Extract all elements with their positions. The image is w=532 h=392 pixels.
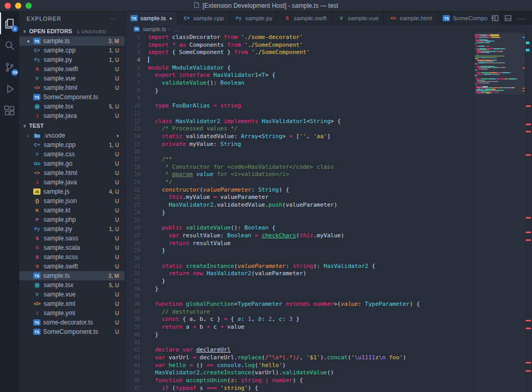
tab-sample.vue[interactable]: Vsample.vue bbox=[332, 11, 384, 25]
code-line[interactable]: 31 static createInstance(valueParameter:… bbox=[125, 263, 525, 271]
code-line[interactable]: 8 } bbox=[125, 87, 525, 95]
code-line[interactable]: 21 constructor(valueParameter: String) { bbox=[125, 186, 525, 194]
file-item-sample.json[interactable]: {}sample.jsonU bbox=[19, 196, 125, 206]
file-item-sample.tsx[interactable]: sample.tsx5, U bbox=[19, 280, 125, 290]
file-item-sample.go[interactable]: Gosample.goU bbox=[19, 159, 125, 168]
code-line[interactable]: 43 var varUrl = declareUrl.replace(/^\s*… bbox=[125, 354, 525, 362]
minimap[interactable] bbox=[475, 33, 525, 392]
open-editor-sample.html[interactable]: <>sample.htmlU bbox=[19, 83, 125, 92]
code-line[interactable]: 11 bbox=[125, 110, 525, 118]
file-item-sample.scala[interactable]: Ssample.scalaU bbox=[19, 243, 125, 252]
tab-sample.py[interactable]: Pysample.py bbox=[230, 11, 278, 25]
file-item-sample.vue[interactable]: Vsample.vueU bbox=[19, 290, 125, 299]
tab-sample.swift[interactable]: Ssample.swift bbox=[278, 11, 332, 25]
code-line[interactable]: 27 var resultValue: Boolean = checkChars… bbox=[125, 232, 525, 240]
breadcrumb[interactable]: TS sample.ts › … bbox=[125, 25, 532, 33]
code-line[interactable]: 5module ModuleValidator { bbox=[125, 64, 525, 72]
code-line[interactable]: 44 var hello = () => console.log('hello'… bbox=[125, 362, 525, 370]
open-editor-sample.ts[interactable]: ●TSsample.ts3, M bbox=[19, 36, 125, 46]
activity-source-control[interactable]: 29 bbox=[0, 56, 19, 78]
code-line[interactable]: 25 bbox=[125, 217, 525, 225]
file-item-sample.yml[interactable]: !sample.ymlU bbox=[19, 308, 125, 318]
file-item-sample.php[interactable]: Psample.phpU bbox=[19, 215, 125, 224]
code-line[interactable]: 46 function acceptsUnion(s: string | num… bbox=[125, 377, 525, 385]
title-bar[interactable]: [Extension Development Host] - sample.ts… bbox=[0, 0, 532, 11]
file-item-sample.kt[interactable]: Ksample.ktU bbox=[19, 206, 125, 215]
code-line[interactable]: 14 static validatedValue: Array<String> … bbox=[125, 133, 525, 141]
code-line[interactable]: 39 return a + b + c + value bbox=[125, 323, 525, 331]
minimize-button[interactable] bbox=[15, 3, 21, 9]
code-line[interactable]: 6 export interface HasValidator1<T> { bbox=[125, 72, 525, 79]
split-editor-icon[interactable] bbox=[491, 15, 499, 22]
code-line[interactable]: 42 declare var declareUrl bbox=[125, 346, 525, 354]
open-editor-sample.vue[interactable]: Vsample.vueU bbox=[19, 74, 125, 83]
file-item-.vscode[interactable]: ›.vscode● bbox=[19, 131, 125, 140]
breadcrumb-more[interactable]: … bbox=[173, 26, 179, 32]
file-item-sample.java[interactable]: Jsample.javaU bbox=[19, 178, 125, 187]
file-item-sample.swift[interactable]: Ssample.swiftU bbox=[19, 262, 125, 271]
breadcrumb-item[interactable]: sample.ts bbox=[143, 26, 166, 32]
tree-header[interactable]: ∨ TEST bbox=[19, 120, 125, 131]
open-editors-header[interactable]: ∨ OPEN EDITORS 1 UNSAVED bbox=[19, 26, 125, 36]
tab-sample.cpp[interactable]: C+sample.cpp bbox=[178, 11, 230, 25]
code-line[interactable]: 24 } bbox=[125, 209, 525, 217]
code-line[interactable]: 38 const { a, b, c } = { a: 1, b: 2, c: … bbox=[125, 316, 525, 323]
code-area[interactable]: 1import classDecorator from './some-deco… bbox=[125, 33, 525, 392]
file-item-sample.scss[interactable]: Ssample.scssU bbox=[19, 252, 125, 262]
code-line[interactable]: 47 if (typeof s === 'string') { bbox=[125, 385, 525, 392]
code-line[interactable]: 29 } bbox=[125, 247, 525, 255]
open-editor-sample.java[interactable]: Jsample.javaU bbox=[19, 111, 125, 120]
file-item-sample.cpp[interactable]: C+sample.cpp1, U bbox=[19, 140, 125, 150]
tab-sample.html[interactable]: <>sample.html bbox=[384, 11, 437, 25]
code-line[interactable]: 41 bbox=[125, 339, 525, 347]
code-line[interactable]: 7 validateValue(): Boolean bbox=[125, 79, 525, 87]
file-item-sample.js[interactable]: JSsample.js4, U bbox=[19, 187, 125, 196]
file-item-sample.sass[interactable]: Ssample.sassU bbox=[19, 234, 125, 243]
file-item-sample.css[interactable]: #sample.cssU bbox=[19, 150, 125, 159]
activity-run-debug[interactable] bbox=[0, 78, 19, 100]
code-line[interactable]: 26 public validateValue(): Boolean { bbox=[125, 224, 525, 232]
close-button[interactable] bbox=[5, 3, 11, 9]
open-editor-sample.tsx[interactable]: sample.tsx5, U bbox=[19, 102, 125, 111]
code-line[interactable]: 33 } bbox=[125, 278, 525, 286]
code-line[interactable]: 40 } bbox=[125, 331, 525, 339]
code-line[interactable]: 23 HasValidator2.validatedValue.push(val… bbox=[125, 201, 525, 209]
code-line[interactable]: 17 /** bbox=[125, 156, 525, 164]
file-item-sample.ts[interactable]: TSsample.ts3, M bbox=[19, 271, 125, 280]
file-item-sample.xml[interactable]: </>sample.xmlU bbox=[19, 299, 125, 308]
open-editor-sample.py[interactable]: Pysample.py1, U bbox=[19, 55, 125, 64]
activity-extensions[interactable] bbox=[0, 100, 19, 121]
open-editor-sample.swift[interactable]: Ssample.swiftU bbox=[19, 64, 125, 74]
more-actions-icon[interactable]: ··· bbox=[517, 15, 526, 22]
file-item-sample.py[interactable]: Pysample.py1, U bbox=[19, 224, 125, 234]
code-line[interactable]: 12 class HasValidator2 implements HasVal… bbox=[125, 118, 525, 126]
activity-explorer[interactable]: 1 bbox=[0, 12, 19, 34]
code-line[interactable]: 45 HasValidator2.createInstance(varUrl).… bbox=[125, 369, 525, 377]
code-line[interactable]: 35 bbox=[125, 293, 525, 301]
activity-search[interactable] bbox=[0, 34, 19, 56]
code-line[interactable]: 1import classDecorator from './some-deco… bbox=[125, 34, 525, 42]
code-line[interactable]: 34 } bbox=[125, 286, 525, 293]
file-item-sample.html[interactable]: <>sample.htmlU bbox=[19, 168, 125, 178]
code-line[interactable]: 37 // destructure bbox=[125, 308, 525, 316]
code-line[interactable]: 13 /* Processed values */ bbox=[125, 125, 525, 133]
code-line[interactable]: 2import * as Components from './SomeComp… bbox=[125, 42, 525, 49]
toggle-layout-icon[interactable] bbox=[504, 15, 512, 22]
open-editor-sample.cpp[interactable]: C+sample.cpp1, U bbox=[19, 46, 125, 55]
code-line[interactable]: 22 this.myValue = valueParameter bbox=[125, 194, 525, 201]
file-item-SomeComponent.ts[interactable]: TSSomeComponent.tsU bbox=[19, 327, 125, 336]
code-line[interactable]: 9 bbox=[125, 95, 525, 103]
code-line[interactable]: 4 bbox=[125, 57, 525, 64]
code-line[interactable]: 18 * Constructor for <code>HasValidator<… bbox=[125, 164, 525, 171]
code-line[interactable]: 28 return resultValue bbox=[125, 240, 525, 248]
code-line[interactable]: 15 private myValue: String bbox=[125, 141, 525, 148]
code-line[interactable]: 36 function globalFunction<TypeParameter… bbox=[125, 301, 525, 308]
code-line[interactable]: 32 return new HasValidator2(valueParamet… bbox=[125, 270, 525, 278]
code-line[interactable]: 19 * @param value for <i>validation</i> bbox=[125, 171, 525, 179]
file-item-some-decorator.ts[interactable]: TSsome-decorator.tsU bbox=[19, 318, 125, 327]
tab-sample.ts[interactable]: TSsample.ts● bbox=[125, 11, 178, 25]
zoom-button[interactable] bbox=[25, 3, 32, 9]
code-line[interactable]: 30 bbox=[125, 255, 525, 263]
open-editor-SomeComponent.ts[interactable]: TSSomeComponent.ts bbox=[19, 92, 125, 102]
more-actions-icon[interactable]: ··· bbox=[110, 15, 117, 22]
